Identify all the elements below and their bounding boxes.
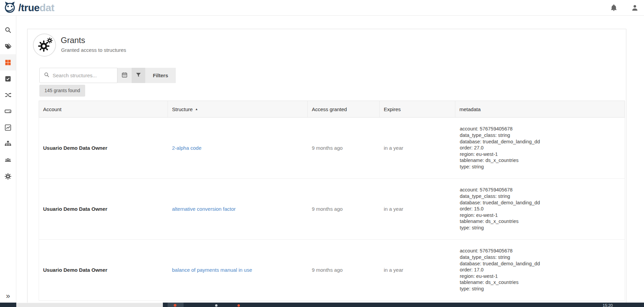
metadata-line: data_type_class: string bbox=[460, 254, 620, 261]
expires-cell: in a year bbox=[380, 240, 455, 300]
structure-cell: balance of payments manual in use bbox=[168, 240, 308, 300]
structure-link[interactable]: balance of payments manual in use bbox=[172, 267, 252, 273]
access-granted-value: 9 months ago bbox=[312, 145, 343, 151]
structure-cell: alternative conversion factor bbox=[168, 179, 308, 239]
search-box[interactable] bbox=[39, 68, 117, 83]
column-label: Expires bbox=[384, 106, 401, 112]
search-input[interactable] bbox=[53, 73, 114, 78]
metadata-line: type: string bbox=[460, 225, 620, 231]
logo-text-dark: /true bbox=[18, 2, 40, 13]
results-count-badge: 145 grants found bbox=[39, 85, 85, 97]
metadata-line: account: 576759405678 bbox=[460, 248, 620, 254]
column-header-expires[interactable]: Expires bbox=[380, 101, 455, 117]
metadata-line: tablename: ds_x_countries bbox=[460, 157, 620, 164]
metadata-line: region: eu-west-1 bbox=[460, 151, 620, 158]
expires-value: in a year bbox=[384, 145, 403, 151]
top-bar: /truedat bbox=[0, 0, 644, 16]
filter-toggle-button[interactable] bbox=[132, 68, 145, 83]
expires-value: in a year bbox=[384, 206, 403, 212]
structure-cell: 2-alpha code bbox=[168, 118, 308, 178]
table-body: Usuario Demo Data Owner 2-alpha code 9 m… bbox=[39, 118, 625, 301]
calendar-icon bbox=[121, 72, 128, 79]
users-icon bbox=[4, 157, 12, 164]
metadata-line: order: 27.0 bbox=[460, 145, 620, 151]
access-granted-value: 9 months ago bbox=[312, 206, 343, 212]
metadata-line: data_type_class: string bbox=[460, 132, 620, 139]
page-icon-circle bbox=[33, 34, 56, 57]
taskbar-app-icon[interactable] bbox=[168, 303, 184, 307]
taskbar-dot-orange-icon bbox=[238, 304, 240, 307]
truedat-logo[interactable]: /truedat bbox=[0, 0, 54, 16]
check-square-icon bbox=[4, 75, 12, 82]
metadata-line: order: 15.0 bbox=[460, 206, 620, 212]
access-granted-cell: 9 months ago bbox=[308, 118, 380, 178]
notifications-bell-icon[interactable] bbox=[610, 4, 618, 12]
sidebar-item-chart-line[interactable] bbox=[0, 119, 16, 136]
metadata-line: tablename: ds_x_countries bbox=[460, 279, 620, 286]
table-row: Usuario Demo Data Owner balance of payme… bbox=[39, 240, 625, 301]
page-title: Grants bbox=[61, 36, 85, 45]
account-cell: Usuario Demo Data Owner bbox=[39, 179, 168, 239]
metadata-line: database: truedat_demo_landing_dd bbox=[460, 200, 620, 206]
structure-link[interactable]: alternative conversion factor bbox=[172, 206, 236, 212]
access-granted-cell: 9 months ago bbox=[308, 240, 380, 300]
structure-link[interactable]: 2-alpha code bbox=[172, 145, 202, 151]
metadata-cell: account: 576759405678data_type_class: st… bbox=[455, 118, 625, 178]
metadata-line: account: 576759405678 bbox=[460, 187, 620, 193]
grants-card: Grants Granted access to structures bbox=[27, 29, 626, 303]
app-window: /truedat bbox=[0, 0, 644, 307]
metadata-line: data_type_class: string bbox=[460, 193, 620, 200]
page-subtitle: Granted access to structures bbox=[61, 47, 126, 53]
column-header-metadata[interactable]: metadata bbox=[455, 101, 625, 117]
app-dot-icon bbox=[174, 304, 176, 307]
taskbar-clock: 15:20 bbox=[603, 303, 613, 307]
column-header-access[interactable]: Access granted bbox=[308, 101, 380, 117]
account-cell: Usuario Demo Data Owner bbox=[39, 118, 168, 178]
taskbar-window-preview[interactable] bbox=[16, 303, 163, 307]
column-label: Structure bbox=[172, 106, 193, 112]
search-icon bbox=[4, 26, 12, 34]
sidebar-item-search[interactable] bbox=[0, 22, 16, 38]
sidebar-item-grid[interactable] bbox=[0, 54, 16, 70]
grid-icon bbox=[4, 59, 12, 66]
tags-icon bbox=[4, 43, 12, 50]
sidebar-item-shuffle[interactable] bbox=[0, 87, 16, 103]
toolbar: Filters bbox=[39, 68, 176, 83]
column-header-structure[interactable]: Structure▲ bbox=[168, 101, 308, 117]
sidebar-item-tags[interactable] bbox=[0, 38, 16, 54]
search-icon bbox=[44, 72, 50, 79]
chart-line-icon bbox=[4, 124, 12, 131]
metadata-line: region: eu-west-1 bbox=[460, 273, 620, 280]
metadata-cell: account: 576759405678data_type_class: st… bbox=[455, 179, 625, 239]
column-header-account[interactable]: Account bbox=[39, 101, 168, 117]
sidebar-item-sitemap[interactable] bbox=[0, 136, 16, 152]
column-label: Access granted bbox=[312, 106, 347, 112]
topbar-actions bbox=[610, 4, 644, 12]
metadata-line: type: string bbox=[460, 164, 620, 170]
expires-cell: in a year bbox=[380, 118, 455, 178]
gear-icon bbox=[4, 173, 12, 180]
date-range-button[interactable] bbox=[117, 68, 132, 83]
user-account-icon[interactable] bbox=[631, 4, 639, 12]
sidebar-item-check-square[interactable] bbox=[0, 70, 16, 87]
sidebar-item-settings[interactable] bbox=[0, 168, 16, 184]
owl-logo-icon bbox=[3, 0, 17, 16]
taskbar-dot-icon bbox=[215, 304, 217, 307]
sidebar-collapse-button[interactable]: » bbox=[0, 292, 16, 300]
column-label: metadata bbox=[459, 106, 481, 112]
sidebar-item-drive[interactable] bbox=[0, 103, 16, 119]
metadata-line: tablename: ds_x_countries bbox=[460, 218, 620, 225]
grants-table: AccountStructure▲Access grantedExpiresme… bbox=[39, 101, 625, 301]
shuffle-icon bbox=[4, 91, 12, 99]
filters-button[interactable]: Filters bbox=[145, 68, 176, 83]
sidebar: » bbox=[0, 16, 16, 303]
logo-text: /truedat bbox=[18, 3, 54, 13]
logo-text-light: dat bbox=[40, 2, 55, 13]
table-row: Usuario Demo Data Owner 2-alpha code 9 m… bbox=[39, 118, 625, 179]
sidebar-item-users[interactable] bbox=[0, 152, 16, 168]
access-granted-cell: 9 months ago bbox=[308, 179, 380, 239]
account-cell: Usuario Demo Data Owner bbox=[39, 240, 168, 300]
table-header: AccountStructure▲Access grantedExpiresme… bbox=[39, 101, 625, 118]
metadata-line: account: 576759405678 bbox=[460, 126, 620, 132]
metadata-line: database: truedat_demo_landing_dd bbox=[460, 261, 620, 267]
